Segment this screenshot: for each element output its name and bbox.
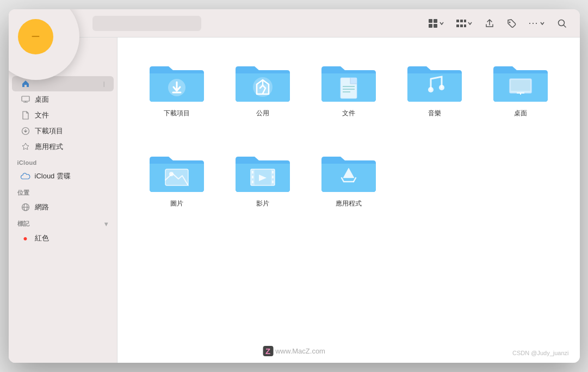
sidebar-item-desktop[interactable]: 桌面: [12, 92, 114, 107]
sidebar-item-icloud[interactable]: iCloud 雲碟: [12, 169, 114, 184]
svg-rect-40: [252, 176, 253, 178]
share-button[interactable]: [480, 16, 499, 30]
file-label-applications: 應用程式: [336, 199, 362, 208]
file-label-public: 公用: [256, 109, 269, 118]
svg-rect-31: [511, 80, 530, 91]
svg-rect-1: [434, 19, 437, 23]
view-grid-button[interactable]: [424, 16, 449, 30]
sidebar-label-network: 網路: [35, 202, 49, 212]
main-area: 下載項目 公用: [117, 38, 580, 363]
svg-rect-6: [464, 20, 466, 22]
file-label-documents: 文件: [342, 109, 355, 118]
svg-rect-0: [429, 19, 432, 23]
file-item-movies[interactable]: 影片: [225, 144, 300, 213]
svg-line-12: [564, 25, 566, 27]
files-row1: 下載項目 公用: [139, 54, 558, 122]
titlebar: ‹ ›: [9, 9, 580, 38]
svg-point-28: [428, 87, 434, 92]
file-item-music[interactable]: 音樂: [397, 54, 472, 122]
sidebar-label-icloud: iCloud 雲碟: [35, 171, 71, 181]
svg-rect-14: [22, 96, 29, 101]
svg-rect-4: [456, 20, 459, 22]
tags-chevron[interactable]: ▾: [104, 220, 108, 228]
files-row2: 圖片: [139, 144, 558, 213]
sidebar-label-applications: 應用程式: [35, 142, 63, 152]
svg-rect-8: [460, 24, 463, 27]
sidebar: Getapp AirDrop: [9, 38, 117, 363]
svg-rect-42: [272, 171, 274, 173]
svg-rect-9: [464, 24, 466, 27]
content-area: Getapp AirDrop: [9, 38, 580, 363]
svg-rect-39: [252, 171, 253, 173]
sidebar-item-network[interactable]: 網路: [12, 200, 114, 215]
svg-point-10: [509, 21, 511, 23]
toolbar-right: ···: [424, 15, 571, 31]
sidebar-section-icloud: iCloud: [9, 155, 117, 168]
file-item-desktop[interactable]: 桌面: [483, 54, 558, 122]
documents-icon: [21, 110, 30, 120]
home-chevron: |: [103, 80, 105, 87]
sidebar-label-red: 紅色: [35, 233, 49, 243]
svg-rect-2: [429, 24, 432, 28]
sidebar-label-desktop: 桌面: [35, 95, 49, 104]
file-item-public[interactable]: 公用: [225, 54, 300, 122]
home-icon: [21, 79, 30, 89]
sidebar-section-tags: 標記 ▾: [9, 215, 117, 230]
svg-rect-41: [252, 181, 253, 183]
file-item-pictures[interactable]: 圖片: [139, 144, 214, 213]
svg-rect-7: [456, 24, 459, 27]
file-item-documents[interactable]: 文件: [311, 54, 386, 122]
file-item-applications[interactable]: 應用程式: [311, 144, 386, 213]
svg-rect-3: [434, 24, 437, 28]
svg-rect-44: [272, 181, 274, 183]
sidebar-label-downloads: 下載項目: [35, 126, 63, 136]
file-label-downloads: 下載項目: [164, 109, 190, 118]
sidebar-item-red-tag[interactable]: ● 紅色: [12, 231, 114, 246]
file-label-pictures: 圖片: [170, 199, 183, 208]
file-label-desktop: 桌面: [514, 109, 527, 118]
tag-button[interactable]: [502, 16, 521, 30]
sidebar-section-location: 位置: [9, 184, 117, 199]
svg-point-29: [439, 85, 444, 90]
more-button[interactable]: ···: [524, 15, 549, 31]
sidebar-item-documents[interactable]: 文件: [12, 108, 114, 123]
sidebar-item-applications[interactable]: 應用程式: [12, 139, 114, 154]
file-label-music: 音樂: [428, 109, 441, 118]
file-label-movies: 影片: [256, 199, 269, 208]
minimize-icon[interactable]: −: [18, 19, 53, 54]
downloads-icon: [21, 126, 30, 136]
csdn-label: CSDN @Judy_juanzi: [512, 350, 569, 356]
desktop-icon: [21, 95, 30, 104]
address-bar[interactable]: [92, 16, 201, 31]
view-options-button[interactable]: [452, 17, 477, 29]
search-button[interactable]: [553, 16, 571, 30]
network-icon: [21, 202, 30, 212]
sidebar-label-documents: 文件: [35, 110, 49, 120]
svg-rect-5: [460, 20, 463, 22]
svg-rect-43: [272, 176, 274, 178]
finder-window: − ‹ ›: [9, 9, 580, 363]
file-item-downloads[interactable]: 下載項目: [139, 54, 214, 122]
icloud-icon: [21, 171, 30, 181]
sidebar-item-downloads[interactable]: 下載項目: [12, 123, 114, 139]
red-tag-icon: ●: [21, 233, 30, 243]
applications-icon: [21, 142, 30, 152]
